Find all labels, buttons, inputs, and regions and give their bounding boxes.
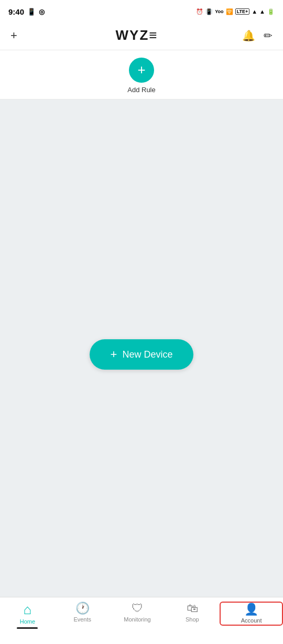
vibrate-icon: 📳 [205, 8, 213, 15]
account-icon: 👤 [244, 604, 258, 615]
lte-badge: LTE+ [235, 8, 250, 15]
bottom-nav: ⌂ Home 🕐 Events 🛡 Monitoring 🛍 Shop 👤 Ac… [0, 597, 283, 644]
status-time: 9:40 [8, 7, 24, 16]
status-bar: 9:40 📱 ◎ ⏰ 📳 Yoo 🛜 LTE+ ▲ ▲ 🔋 [0, 0, 283, 21]
edit-icon[interactable]: ✏ [264, 29, 273, 42]
nav-item-home[interactable]: ⌂ Home [0, 603, 55, 625]
nav-item-monitoring[interactable]: 🛡 Monitoring [110, 603, 165, 623]
wifi-icon: 🛜 [226, 8, 233, 15]
notification-bell-icon[interactable]: 🔔 [242, 29, 255, 42]
new-device-plus-icon: + [111, 349, 117, 360]
nav-label-home: Home [20, 618, 35, 625]
nav-item-shop[interactable]: 🛍 Shop [165, 603, 220, 623]
nav-label-shop: Shop [186, 616, 199, 623]
signal-bars: ▲ [252, 8, 257, 15]
shazam-icon: ◎ [39, 8, 45, 16]
nav-label-events: Events [73, 616, 91, 623]
new-device-label: New Device [122, 349, 172, 360]
phone-icon: 📱 [27, 8, 36, 16]
nav-label-account: Account [241, 617, 262, 624]
signal-bars-2: ▲ [259, 8, 265, 15]
battery-icon: 🔋 [267, 8, 275, 15]
add-button[interactable]: + [10, 30, 17, 41]
nav-item-account[interactable]: 👤 Account [220, 602, 283, 626]
add-rule-plus-icon: + [137, 63, 145, 76]
app-logo: WYZ≡ [116, 27, 158, 43]
new-device-button[interactable]: + New Device [90, 339, 194, 370]
main-content: + New Device [0, 99, 283, 609]
add-rule-button[interactable]: + [129, 58, 154, 83]
header: + WYZ≡ 🔔 ✏ [0, 21, 283, 50]
monitoring-icon: 🛡 [132, 603, 143, 614]
nav-label-monitoring: Monitoring [124, 616, 150, 623]
signal-text: Yoo [215, 9, 223, 14]
nav-item-events[interactable]: 🕐 Events [55, 603, 110, 623]
add-rule-label: Add Rule [127, 86, 155, 94]
alarm-icon: ⏰ [196, 8, 203, 15]
home-active-bar [17, 627, 38, 629]
shop-icon: 🛍 [187, 603, 198, 614]
home-icon: ⌂ [24, 603, 32, 616]
add-rule-section: + Add Rule [0, 50, 283, 99]
events-icon: 🕐 [75, 603, 90, 614]
